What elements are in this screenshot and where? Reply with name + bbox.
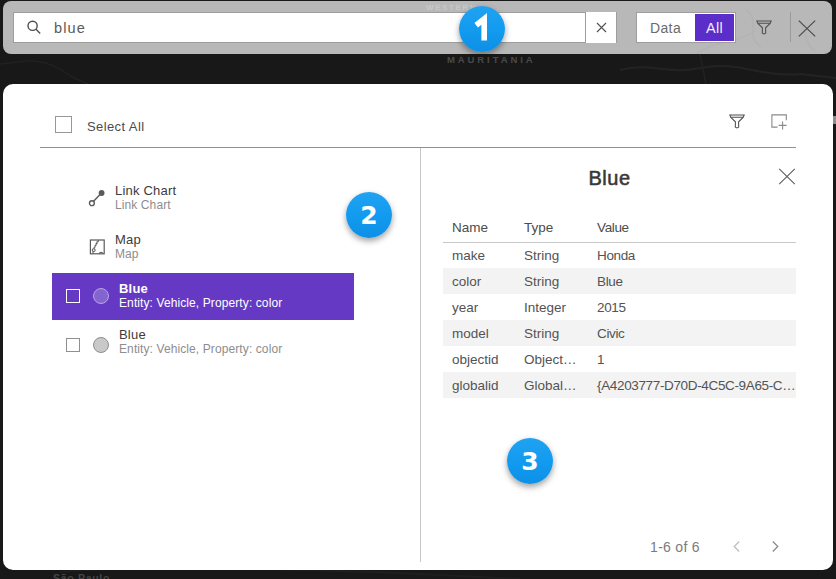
cell-value: 1 [588,352,796,367]
table-row-globalid: globalid Global… {A4203777-D70D-4C5C-9A6… [443,372,796,398]
result-row-map[interactable]: Map Map [52,222,354,271]
column-header-value: Value [588,220,796,235]
link-chart-icon [88,189,106,207]
cell-value: Honda [588,248,796,263]
callout-badge-3: 3 [507,438,553,484]
result-list: Link Chart Link Chart Map Map Blue En [52,173,354,369]
cell-name: year [443,300,515,315]
toolbar-divider [790,12,791,42]
cell-name: make [443,248,515,263]
cell-type: Global… [515,378,588,393]
cell-name: model [443,326,515,341]
add-to-map-button[interactable] [771,114,788,130]
result-subtitle: Link Chart [115,198,176,213]
header-divider [40,147,796,148]
table-row-objectid: objectid Object… 1 [443,346,796,372]
column-header-name: Name [443,220,515,235]
cell-value: Civic [588,326,796,341]
map-label-mauritania: MAURITANIA [447,54,535,65]
cell-value: Blue [588,274,796,289]
cell-type: String [515,248,588,263]
entity-circle-swatch [93,288,109,304]
result-checkbox[interactable] [66,289,80,303]
table-row-make: make String Honda [443,242,796,268]
details-close-button[interactable] [778,168,796,185]
result-subtitle: Map [115,247,141,262]
data-all-toggle: Data All [636,12,736,43]
map-label-sao-paulo: São Paulo [53,572,110,579]
cell-name: globalid [443,378,515,393]
result-title: Blue [119,281,282,296]
badge-one-glyph [459,6,505,52]
select-all-label: Select All [87,119,144,134]
result-title: Map [115,232,141,247]
app-screen: MAURITANIA São Paulo WESTERN blue Data A… [0,0,836,579]
cell-type: Integer [515,300,588,315]
badge-number: 3 [521,447,538,476]
search-icon [25,19,43,37]
result-title: Link Chart [115,183,176,198]
callout-badge-1: 1 [459,6,505,52]
list-details-divider [420,148,421,562]
badge-number: 2 [360,201,377,230]
details-title: Blue [422,167,797,190]
search-clear-button[interactable] [586,12,616,43]
cell-value: {A4203777-D70D-4C5C-9A65-C… [588,378,796,393]
toggle-option-data[interactable]: Data [637,13,694,42]
attributes-table: Name Type Value make String Honda color … [443,216,796,398]
result-checkbox[interactable] [66,338,80,352]
pagination-next-button[interactable] [769,540,781,553]
result-row-blue[interactable]: Blue Entity: Vehicle, Property: color [52,320,354,369]
select-all-checkbox[interactable] [55,116,72,133]
search-filter-button[interactable] [755,20,772,36]
cell-name: color [443,274,515,289]
cell-type: Object… [515,352,588,367]
pagination-prev-button[interactable] [731,540,743,553]
table-row-model: model String Civic [443,320,796,346]
search-input[interactable]: blue [13,12,617,43]
map-icon [88,238,106,256]
result-subtitle: Entity: Vehicle, Property: color [119,296,282,311]
table-header-row: Name Type Value [443,216,796,242]
table-header-divider [443,242,796,243]
search-query-text: blue [54,20,585,36]
cell-value: 2015 [588,300,796,315]
result-row-link-chart[interactable]: Link Chart Link Chart [52,173,354,222]
table-row-color: color String Blue [443,268,796,294]
search-results-panel: Select All Link Chart Link Chart [3,84,833,570]
search-toolbar: WESTERN blue Data All [3,1,832,54]
result-row-blue-selected[interactable]: Blue Entity: Vehicle, Property: color [52,271,354,320]
entity-circle-swatch [93,337,109,353]
toggle-option-all[interactable]: All [695,14,734,41]
results-filter-button[interactable] [729,114,745,129]
table-row-year: year Integer 2015 [443,294,796,320]
cell-type: String [515,274,588,289]
callout-badge-2: 2 [346,192,392,238]
result-title: Blue [119,327,282,342]
cell-name: objectid [443,352,515,367]
cell-type: String [515,326,588,341]
search-close-button[interactable] [798,20,816,37]
pagination-label: 1-6 of 6 [615,539,735,555]
result-subtitle: Entity: Vehicle, Property: color [119,342,282,357]
column-header-type: Type [515,220,588,235]
